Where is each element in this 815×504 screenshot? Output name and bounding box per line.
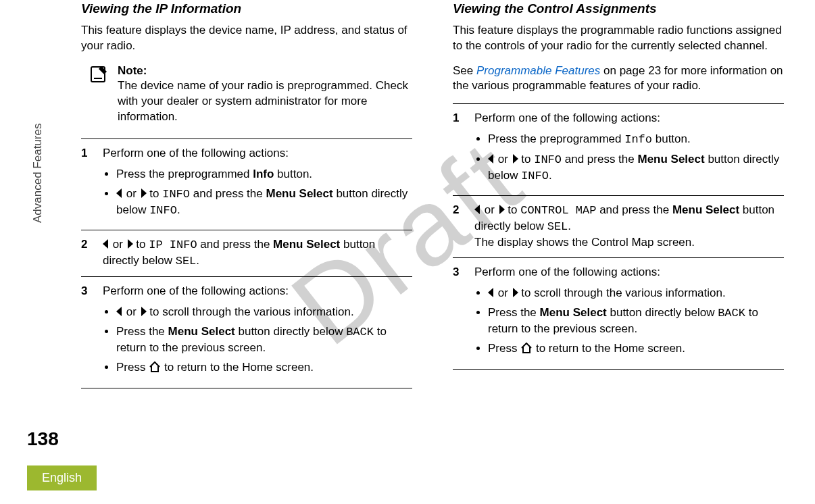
see-paragraph: See Programmable Features on page 23 for…: [453, 64, 784, 95]
step-body: Perform one of the following actions: Pr…: [474, 111, 784, 188]
arrow-right-icon: [141, 188, 147, 198]
arrow-left-icon: [474, 205, 480, 214]
language-tab: English: [27, 465, 97, 490]
page-number: 138: [27, 428, 59, 450]
arrow-right-icon: [499, 205, 505, 214]
step-text: Perform one of the following actions:: [474, 266, 660, 278]
note-body: Note: The device name of your radio is p…: [118, 64, 412, 126]
list-item: Press the Menu Select button directly be…: [116, 324, 412, 356]
arrow-left-icon: [116, 307, 122, 316]
right-heading: Viewing the Control Assignments: [453, 0, 784, 18]
sublist: Press the preprogrammed Info button. or …: [103, 167, 412, 219]
note-text: The device name of your radio is preprog…: [118, 78, 412, 125]
list-item: or to INFO and press the Menu Select but…: [116, 186, 412, 219]
step-line2: The display shows the Control Map screen…: [474, 235, 784, 251]
right-steps: 1 Perform one of the following actions: …: [453, 103, 784, 369]
left-intro: This feature displays the device name, I…: [81, 23, 412, 54]
step-body: Perform one of the following actions: or…: [474, 265, 784, 362]
note-block: Note: The device name of your radio is p…: [88, 64, 412, 126]
step-text: Perform one of the following actions:: [474, 111, 660, 124]
step-text: Perform one of the following actions:: [103, 147, 289, 159]
page: Draft Viewing the IP Information This fe…: [0, 0, 815, 504]
arrow-right-icon: [513, 154, 518, 163]
list-item: or to scroll through the various informa…: [488, 286, 784, 301]
list-item: or to scroll through the various informa…: [116, 305, 412, 320]
left-step-2: 2 or to IP INFO and press the Menu Selec…: [81, 237, 412, 270]
right-step-3: 3 Perform one of the following actions: …: [453, 265, 784, 362]
arrow-left-icon: [488, 154, 493, 163]
arrow-right-icon: [141, 307, 147, 316]
step-text: Perform one of the following actions:: [103, 284, 289, 297]
step-body: or to CONTROL MAP and press the Menu Sel…: [474, 203, 784, 251]
list-item: Press the preprogrammed Info button.: [116, 167, 412, 182]
step-number: 2: [81, 237, 92, 270]
note-label: Note:: [118, 64, 412, 79]
arrow-left-icon: [116, 188, 122, 198]
step-number: 3: [81, 284, 92, 381]
sublist: Press the preprogrammed Info button. or …: [474, 132, 784, 184]
arrow-right-icon: [513, 288, 518, 297]
list-item: Press to return to the Home screen.: [116, 360, 412, 377]
sublist: or to scroll through the various informa…: [103, 305, 412, 377]
left-step-3: 3 Perform one of the following actions: …: [81, 284, 412, 381]
left-step-1: 1 Perform one of the following actions: …: [81, 146, 412, 223]
right-intro: This feature displays the programmable r…: [453, 23, 784, 54]
step-number: 1: [81, 146, 92, 223]
step-number: 1: [453, 111, 464, 188]
list-item: Press the Menu Select button directly be…: [488, 305, 784, 337]
list-item: Press to return to the Home screen.: [488, 341, 784, 358]
step-body: or to IP INFO and press the Menu Select …: [103, 237, 412, 270]
home-icon: [520, 343, 533, 358]
step-number: 3: [453, 265, 464, 362]
list-item: or to INFO and press the Menu Select but…: [488, 152, 784, 184]
sublist: or to scroll through the various informa…: [474, 286, 784, 358]
left-heading: Viewing the IP Information: [81, 0, 412, 18]
note-icon: [88, 65, 108, 126]
step-body: Perform one of the following actions: Pr…: [103, 146, 412, 223]
right-column: Viewing the Control Assignments This fea…: [453, 0, 784, 395]
arrow-right-icon: [128, 239, 133, 249]
columns: Viewing the IP Information This feature …: [0, 0, 815, 395]
home-icon: [149, 361, 161, 377]
right-step-1: 1 Perform one of the following actions: …: [453, 111, 784, 188]
programmable-features-link[interactable]: Programmable Features: [476, 64, 600, 77]
left-steps: 1 Perform one of the following actions: …: [81, 138, 412, 388]
list-item: Press the preprogrammed Info button.: [488, 132, 784, 148]
step-number: 2: [453, 203, 464, 251]
arrow-left-icon: [488, 288, 493, 297]
step-body: Perform one of the following actions: or…: [103, 284, 412, 381]
arrow-left-icon: [103, 239, 108, 249]
side-section-label: Advanced Features: [31, 124, 45, 223]
right-step-2: 2 or to CONTROL MAP and press the Menu S…: [453, 203, 784, 251]
left-column: Viewing the IP Information This feature …: [81, 0, 412, 395]
